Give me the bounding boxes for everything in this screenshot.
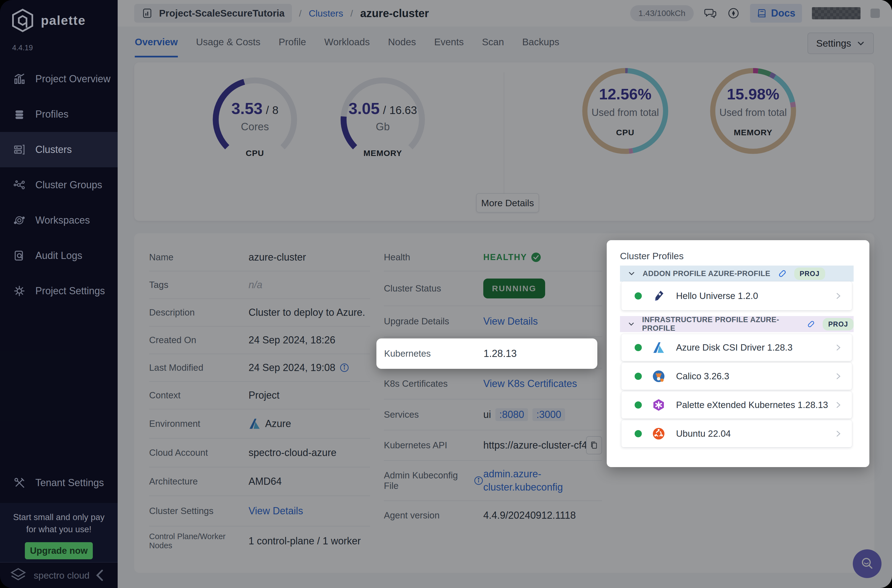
docs-label: Docs <box>771 8 795 19</box>
tab-events[interactable]: Events <box>434 27 464 57</box>
breadcrumb-separator: / <box>350 8 353 19</box>
cpu-gauge-title: CPU <box>209 148 300 158</box>
sidebar-item-clusters[interactable]: Clusters <box>0 132 118 167</box>
copy-api-url-button[interactable] <box>586 436 602 454</box>
memory-total-value: 16.63 <box>389 104 417 117</box>
profile-layer-azure-disk-csi[interactable]: Azure Disk CSI Driver 1.28.3 <box>622 334 852 361</box>
profile-layer-palette-extended-kubernetes[interactable]: Palette eXtended Kubernetes 1.28.13 <box>622 392 852 418</box>
view-k8s-certificates-link[interactable]: View K8s Certificates <box>483 378 577 390</box>
detail-row-kubernetes-api: Kubernetes API https://azure-cluster-cf4… <box>384 430 602 461</box>
project-selector[interactable]: Project-ScaleSecureTutoria <box>134 4 292 22</box>
sidebar-item-workspaces[interactable]: Workspaces <box>0 202 118 238</box>
azure-icon <box>652 341 665 354</box>
detail-row-tags: Tags n/a <box>149 272 370 299</box>
detail-row-upgrade-details: Upgrade Details View Details <box>384 306 602 337</box>
sidebar-item-tenant-settings[interactable]: Tenant Settings <box>0 465 118 501</box>
infrastructure-profile-section-header[interactable]: INFRASTRUCTURE PROFILE AZURE-PROFILE PRO… <box>620 316 854 332</box>
credits-pill: 1.43/100kCh <box>630 5 694 21</box>
settings-button[interactable]: Settings <box>808 33 874 54</box>
tab-nodes[interactable]: Nodes <box>388 27 416 57</box>
palette-logo-icon <box>11 8 35 33</box>
cluster-settings-view-details-link[interactable]: View Details <box>249 505 303 517</box>
tab-overview[interactable]: Overview <box>135 27 178 57</box>
tab-scan[interactable]: Scan <box>482 27 504 57</box>
tab-workloads[interactable]: Workloads <box>324 27 370 57</box>
app-window: palette 4.4.19 Project Overview Profiles… <box>0 0 892 588</box>
detail-row-k8s-certificates: K8s Certificates View K8s Certificates <box>384 369 602 399</box>
detail-row-cluster-settings: Cluster Settings View Details <box>149 496 370 526</box>
brand-name: palette <box>41 13 86 28</box>
detail-row-architecture: Architecture AMD64 <box>149 467 370 496</box>
hello-universe-icon <box>652 290 665 302</box>
profile-layer-hello-universe[interactable]: Hello Universe 1.2.0 <box>622 282 852 310</box>
palette-logo: palette <box>11 8 86 33</box>
sidebar-item-label: Cluster Groups <box>35 179 102 191</box>
cluster-profiles-panel: Cluster Profiles ADDON PROFILE AZURE-PRO… <box>607 240 869 467</box>
upgrade-view-details-link[interactable]: View Details <box>483 315 538 327</box>
search-help-fab[interactable] <box>853 549 881 578</box>
gear-icon <box>13 285 26 297</box>
info-icon[interactable] <box>340 363 349 372</box>
service-port-link-3000[interactable]: :3000 <box>532 408 565 421</box>
sidebar-item-label: Workspaces <box>35 214 90 226</box>
calico-icon <box>652 370 665 382</box>
sidebar-item-cluster-groups[interactable]: Cluster Groups <box>0 167 118 202</box>
sidebar-item-project-overview[interactable]: Project Overview <box>0 61 118 97</box>
addon-profile-section-header[interactable]: ADDON PROFILE AZURE-PROFILE PROJ <box>620 266 854 282</box>
docs-button[interactable]: Docs <box>750 4 802 22</box>
memory-used-value: 3.05 <box>348 99 380 118</box>
health-status: HEALTHY <box>483 252 541 262</box>
sidebar-item-label: Tenant Settings <box>35 477 104 489</box>
details-left-column: Name azure-cluster Tags n/a Description … <box>149 244 370 556</box>
chevron-down-icon <box>857 39 865 48</box>
sidebar-item-label: Project Settings <box>35 285 105 297</box>
upgrade-now-button[interactable]: Upgrade now <box>25 542 93 559</box>
chat-icon[interactable] <box>704 7 717 20</box>
tab-usage-costs[interactable]: Usage & Costs <box>196 27 260 57</box>
tab-profile[interactable]: Profile <box>279 27 306 57</box>
sidebar-item-profiles[interactable]: Profiles <box>0 97 118 132</box>
collapse-sidebar-icon[interactable] <box>92 567 110 584</box>
profile-layer-ubuntu[interactable]: Ubuntu 22.04 <box>622 420 852 447</box>
detail-row-name: Name azure-cluster <box>149 244 370 272</box>
app-version: 4.4.19 <box>12 44 33 52</box>
chevron-right-icon <box>834 401 842 409</box>
detail-row-last-modified: Last Modified 24 Sep 2024, 19:08 <box>149 354 370 382</box>
tab-backups[interactable]: Backups <box>522 27 559 57</box>
upsell-text-line1: Start small and only pay <box>0 511 118 524</box>
project-name: Project-ScaleSecureTutoria <box>159 8 285 19</box>
info-icon[interactable] <box>474 476 483 485</box>
service-port-link-8080[interactable]: :8080 <box>496 408 528 421</box>
detail-row-created-on: Created On 24 Sep 2024, 18:26 <box>149 327 370 354</box>
chevron-right-icon <box>834 344 842 352</box>
upsell-text-line2: for what you use! <box>0 524 118 536</box>
detail-row-services: Services ui :8080 :3000 <box>384 399 602 430</box>
sidebar-item-label: Audit Logs <box>35 250 82 261</box>
detail-row-cluster-status: Cluster Status RUNNING <box>384 272 602 306</box>
profile-layer-calico[interactable]: Calico 3.26.3 <box>622 363 852 390</box>
detail-row-admin-kubeconfig: Admin Kubeconfig File admin.azure- clust… <box>384 461 602 501</box>
kubernetes-spotlight-row[interactable]: Kubernetes 1.28.13 <box>376 339 597 369</box>
memory-usage-gauge: 3.05 / 16.63 Gb MEMORY <box>337 74 428 165</box>
status-dot <box>635 344 642 351</box>
sidebar-footer: spectro cloud <box>0 562 118 588</box>
status-dot <box>635 430 642 437</box>
avatar[interactable] <box>871 9 880 18</box>
bar-chart-icon <box>13 73 26 85</box>
more-details-button[interactable]: More Details <box>476 193 539 213</box>
sidebar-item-project-settings[interactable]: Project Settings <box>0 273 118 309</box>
details-right-column: Health HEALTHY Cluster Status RUNNING Up… <box>384 244 602 530</box>
sidebar-item-audit-logs[interactable]: Audit Logs <box>0 238 118 273</box>
memory-gauge-title: MEMORY <box>337 148 428 158</box>
compass-icon[interactable] <box>727 7 740 20</box>
kubernetes-version: 1.28.13 <box>484 348 517 359</box>
check-circle-icon <box>531 252 541 262</box>
pxk-icon <box>652 399 665 411</box>
settings-label: Settings <box>816 38 851 49</box>
breadcrumb-clusters-link[interactable]: Clusters <box>309 8 343 19</box>
servers-icon <box>13 144 26 156</box>
cpu-used-value: 3.53 <box>231 99 263 118</box>
cpu-unit: Cores <box>241 121 269 133</box>
kubeconfig-download-link[interactable]: admin.azure- cluster.kubeconfig <box>483 468 563 493</box>
orbit-icon <box>13 214 26 226</box>
